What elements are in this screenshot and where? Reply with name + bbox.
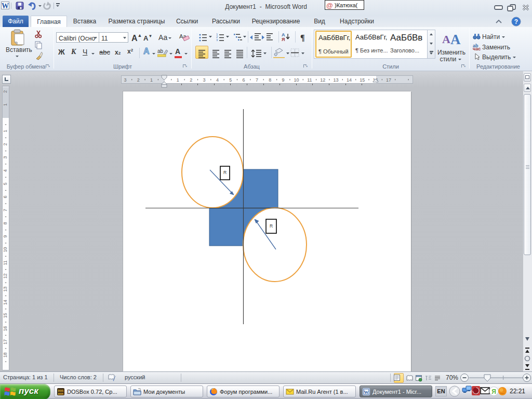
svg-text:3: 3 <box>124 77 126 83</box>
svg-text:7: 7 <box>256 77 258 83</box>
svg-text:W: W <box>364 390 369 395</box>
svg-text:2: 2 <box>137 77 140 83</box>
svg-text:1: 1 <box>150 77 153 83</box>
svg-text:14: 14 <box>3 300 8 305</box>
svg-text:13: 13 <box>334 77 339 83</box>
svg-text:14: 14 <box>347 77 352 83</box>
svg-text:13: 13 <box>3 287 8 292</box>
svg-text:А: А <box>442 33 450 46</box>
svg-text:11: 11 <box>307 77 312 83</box>
svg-text:11: 11 <box>3 260 8 265</box>
svg-text:10: 10 <box>294 77 299 83</box>
svg-text:2: 2 <box>190 77 192 83</box>
svg-text:R: R <box>270 223 273 229</box>
svg-text:5: 5 <box>3 182 8 185</box>
svg-text:ab: ab <box>157 48 164 54</box>
svg-text:4: 4 <box>216 77 219 83</box>
svg-text:3: 3 <box>216 38 218 42</box>
svg-text:7: 7 <box>3 209 8 211</box>
svg-text:6: 6 <box>3 196 8 198</box>
svg-text:3: 3 <box>3 156 8 159</box>
svg-text:17: 17 <box>3 339 8 344</box>
svg-text:4: 4 <box>3 169 8 172</box>
svg-text:2: 2 <box>3 143 8 145</box>
svg-text:1: 1 <box>3 103 8 106</box>
svg-text:R: R <box>223 170 227 175</box>
svg-text:17: 17 <box>386 77 391 83</box>
svg-text:Я: Я <box>491 388 496 395</box>
svg-text:?: ? <box>514 18 518 25</box>
svg-text:час: час <box>473 46 481 50</box>
svg-text:9: 9 <box>3 235 8 238</box>
svg-text:Я: Я <box>282 37 285 42</box>
svg-text:5: 5 <box>229 77 232 83</box>
svg-text:8: 8 <box>3 222 8 224</box>
svg-text:2: 2 <box>3 90 8 93</box>
svg-text:3: 3 <box>203 77 206 83</box>
svg-text:А: А <box>450 32 461 47</box>
svg-text:18: 18 <box>3 352 8 357</box>
svg-text:12: 12 <box>320 77 325 83</box>
svg-text:16: 16 <box>3 326 8 331</box>
svg-text:9: 9 <box>282 77 285 83</box>
svg-text:6: 6 <box>243 77 245 83</box>
svg-text:10: 10 <box>3 247 8 252</box>
svg-text:15: 15 <box>3 313 8 318</box>
svg-text:12: 12 <box>3 273 8 278</box>
svg-text:W: W <box>2 2 9 10</box>
svg-text:15: 15 <box>360 77 365 83</box>
svg-text:¶: ¶ <box>300 33 305 42</box>
svg-text:BOX: BOX <box>58 392 64 396</box>
svg-text:8: 8 <box>269 77 271 83</box>
svg-text:1: 1 <box>3 130 8 132</box>
svg-text:1: 1 <box>177 77 179 83</box>
